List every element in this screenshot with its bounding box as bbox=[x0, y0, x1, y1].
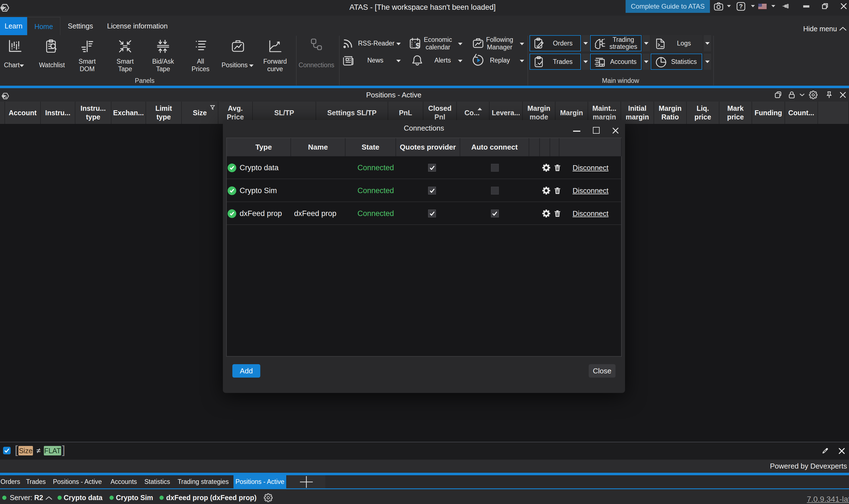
svg-text:$: $ bbox=[416, 41, 420, 50]
